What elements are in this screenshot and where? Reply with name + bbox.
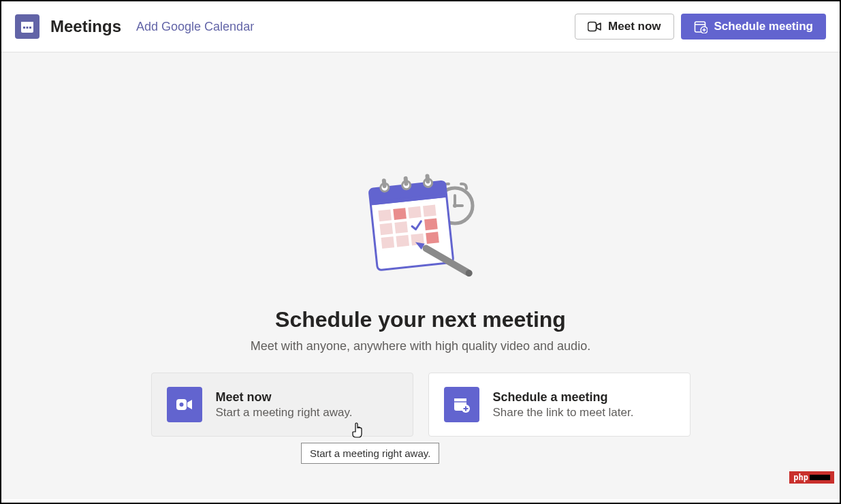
main-heading: Schedule your next meeting [275,307,566,332]
watermark-text: php [793,473,808,482]
svg-rect-28 [379,223,393,235]
watermark-tail [810,475,830,480]
add-google-calendar-link[interactable]: Add Google Calendar [136,20,254,34]
schedule-meeting-header-button[interactable]: Schedule meeting [681,14,826,40]
video-icon [176,397,193,412]
svg-rect-1 [21,22,33,25]
action-cards: Meet now Start a meeting right away. Sch… [151,373,691,437]
svg-rect-5 [588,22,597,31]
calendar-add-icon [694,20,708,33]
svg-rect-2 [23,27,25,29]
meet-now-header-label: Meet now [608,20,661,33]
svg-rect-31 [424,218,438,230]
svg-rect-35 [426,232,439,244]
meet-now-card-subtitle: Start a meeting right away. [216,406,353,420]
schedule-card-text: Schedule a meeting Share the link to mee… [493,390,634,420]
svg-rect-33 [396,235,409,247]
calendar-add-icon [453,396,471,413]
schedule-meeting-header-label: Schedule meeting [714,20,813,33]
main-subheading: Meet with anyone, anywhere with high qua… [251,339,590,353]
svg-rect-24 [378,209,392,221]
video-icon [588,21,601,32]
svg-point-40 [179,403,183,407]
svg-rect-27 [423,205,437,217]
svg-rect-32 [381,236,394,249]
page-title: Meetings [50,17,121,36]
meet-now-card[interactable]: Meet now Start a meeting right away. [151,373,413,437]
meet-now-card-icon-box [167,387,202,422]
calendar-app-icon [15,14,39,39]
watermark: php [789,471,834,484]
svg-rect-29 [394,221,408,234]
schedule-card-icon-box [444,387,479,422]
header-bar: Meetings Add Google Calendar Meet now Sc… [1,1,840,52]
main-content: Schedule your next meeting Meet with any… [1,52,840,499]
schedule-meeting-card[interactable]: Schedule a meeting Share the link to mee… [428,373,691,437]
tooltip: Start a meeting right away. [301,443,439,464]
calendar-icon [20,20,34,33]
calendar-illustration [356,168,486,287]
svg-rect-4 [29,27,31,29]
meet-now-card-text: Meet now Start a meeting right away. [216,390,353,420]
schedule-card-subtitle: Share the link to meet later. [493,406,634,420]
schedule-card-title: Schedule a meeting [493,390,634,405]
meet-now-card-title: Meet now [216,390,353,405]
svg-rect-25 [393,208,407,220]
svg-rect-26 [408,206,422,219]
svg-rect-3 [27,27,29,29]
meet-now-header-button[interactable]: Meet now [575,14,673,40]
